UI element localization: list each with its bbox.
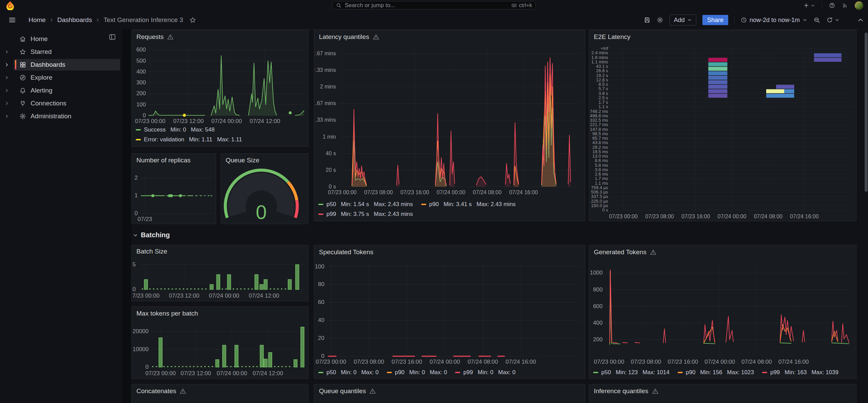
- sidebar-item-home[interactable]: Home: [0, 33, 122, 45]
- panel-header[interactable]: Queue Size: [221, 154, 308, 167]
- panel-header[interactable]: Speculated Tokens: [314, 245, 585, 259]
- legend-swatch: [762, 372, 767, 373]
- sidebar-item-dashboards[interactable]: Dashboards: [0, 58, 122, 71]
- legend-item[interactable]: SuccessMin: 0Max: 548: [136, 126, 305, 133]
- legend-item[interactable]: p99Min: 0Max: 0: [455, 369, 515, 376]
- global-search[interactable]: ctrl+k: [332, 1, 536, 9]
- settings-icon[interactable]: [657, 17, 663, 23]
- svg-text:1 min: 1 min: [323, 134, 336, 140]
- scrollbar[interactable]: [865, 33, 868, 192]
- replicas-chart[interactable]: 07/23012: [132, 168, 216, 224]
- chevron-right-icon[interactable]: [4, 49, 9, 54]
- speculated-tokens-chart[interactable]: 07/23 00:0007/23 08:0007/23 16:0007/24 0…: [315, 260, 585, 366]
- generated-tokens-chart[interactable]: 07/23 00:0007/23 08:0007/23 16:0007/24 0…: [590, 260, 856, 366]
- panel-header[interactable]: Concatenates: [132, 384, 308, 398]
- legend-item[interactable]: p50Min: 1.54 sMax: 2.43 mins: [318, 201, 413, 208]
- star-icon: [19, 48, 26, 55]
- dashboards-icon: [19, 61, 26, 68]
- menu-icon[interactable]: [8, 16, 16, 24]
- generated-tokens-legend: p50Min: 123Max: 1014p90Min: 156Max: 1023…: [593, 369, 853, 376]
- panel-header[interactable]: Number of replicas: [132, 154, 216, 167]
- chevron-right-icon[interactable]: [4, 114, 9, 119]
- e2e-latency-heatmap[interactable]: 07/23 00:0007/23 08:0007/23 16:0007/24 0…: [590, 44, 856, 221]
- panel-header[interactable]: Requests: [132, 30, 308, 44]
- panel-header[interactable]: Queue quantiles: [314, 384, 585, 398]
- legend-swatch: [136, 129, 141, 130]
- svg-text:07/23 00:00: 07/23 00:00: [145, 370, 176, 377]
- legend-item[interactable]: p99Min: 163Max: 1039: [762, 369, 838, 376]
- toolbar-actions: Add Share now-2d to now-1m: [644, 11, 864, 29]
- chevron-right-icon[interactable]: [4, 88, 9, 93]
- new-menu-button[interactable]: [803, 2, 815, 8]
- section-batching[interactable]: Batching: [133, 231, 170, 239]
- chevron-right-icon[interactable]: [4, 101, 9, 106]
- warning-icon[interactable]: [369, 388, 376, 395]
- warning-icon[interactable]: [373, 34, 379, 40]
- home-icon: [19, 36, 26, 42]
- panel-header[interactable]: Batch Size: [132, 245, 308, 258]
- legend-item[interactable]: Error: validationMin: 1.11Max: 1.11: [136, 136, 305, 143]
- help-icon[interactable]: [829, 2, 835, 8]
- sidebar-item-administration[interactable]: Administration: [0, 110, 122, 123]
- breadcrumb-current: Text Generation Inference 3: [103, 16, 183, 24]
- legend-label: p90: [395, 369, 404, 376]
- warning-icon[interactable]: [652, 388, 659, 395]
- legend-item[interactable]: p90Min: 3.41 sMax: 2.43 mins: [421, 201, 516, 208]
- time-range-picker[interactable]: now-2d to now-1m: [741, 17, 807, 24]
- chevron-down-icon: [835, 18, 839, 22]
- legend-item[interactable]: p90Min: 0Max: 0: [387, 369, 447, 376]
- sidebar-item-connections[interactable]: Connections: [0, 97, 122, 110]
- favorite-star-icon[interactable]: [189, 17, 196, 23]
- svg-text:07/23 08:00: 07/23 08:00: [631, 359, 661, 365]
- grafana-logo[interactable]: [5, 1, 15, 10]
- panel-header[interactable]: Max tokens per batch: [132, 307, 308, 320]
- panel-header[interactable]: Generated Tokens: [589, 245, 856, 259]
- svg-text:7/23 00:00: 7/23 00:00: [132, 293, 159, 299]
- search-input[interactable]: [344, 2, 509, 9]
- sidebar-item-starred[interactable]: Starred: [0, 45, 122, 58]
- sidebar-item-explore[interactable]: Explore: [0, 71, 122, 84]
- breadcrumb-home[interactable]: Home: [29, 16, 46, 24]
- legend-item[interactable]: p90Min: 156Max: 1023: [678, 369, 754, 376]
- legend-swatch: [678, 372, 683, 373]
- legend-item[interactable]: p50Min: 0Max: 0: [318, 369, 379, 376]
- panel-header[interactable]: Latency quantiles: [314, 30, 585, 44]
- user-avatar[interactable]: [855, 1, 863, 10]
- warning-icon[interactable]: [167, 34, 174, 40]
- chevron-up-icon[interactable]: [857, 17, 864, 23]
- max-tokens-chart[interactable]: 07/23 00:0007/23 12:0007/24 00:0007/24 1…: [132, 320, 308, 378]
- svg-text:0: 0: [133, 286, 136, 293]
- panel-header[interactable]: Inference quantiles: [589, 384, 856, 398]
- chevron-right-icon[interactable]: [4, 75, 9, 80]
- explore-icon: [19, 74, 26, 81]
- legend-item[interactable]: p50Min: 123Max: 1014: [593, 369, 669, 376]
- legend-item[interactable]: p99Min: 3.75 sMax: 2.43 mins: [318, 211, 413, 218]
- refresh-picker[interactable]: [826, 17, 839, 23]
- share-button[interactable]: Share: [702, 15, 728, 25]
- svg-text:07/24 00:00: 07/24 00:00: [718, 214, 747, 219]
- panel-title: Queue quantiles: [319, 387, 366, 395]
- warning-icon[interactable]: [180, 388, 186, 395]
- chevron-right-icon: [95, 18, 100, 22]
- news-icon[interactable]: [842, 2, 848, 8]
- save-icon[interactable]: [644, 17, 650, 23]
- sidebar-item-alerting[interactable]: Alerting: [0, 84, 122, 97]
- add-button[interactable]: Add: [669, 15, 696, 25]
- svg-text:40 s: 40 s: [326, 150, 336, 156]
- legend-max: Max: 0: [430, 369, 447, 376]
- panel-header[interactable]: E2E Latency: [589, 30, 856, 44]
- sidebar-item-label: Dashboards: [31, 61, 65, 68]
- warning-icon[interactable]: [650, 249, 657, 256]
- requests-chart[interactable]: 07/23 00:0007/23 12:0007/24 00:0007/24 1…: [132, 44, 308, 126]
- legend-min: Min: 3.75 s: [341, 211, 369, 218]
- svg-text:07/24 16:00: 07/24 16:00: [778, 359, 809, 365]
- breadcrumb-dashboards[interactable]: Dashboards: [57, 16, 92, 24]
- zoom-out-icon[interactable]: [813, 17, 820, 23]
- chevron-right-icon[interactable]: [4, 62, 9, 67]
- svg-text:07/24 16:00: 07/24 16:00: [790, 214, 819, 219]
- svg-text:07/24 08:00: 07/24 08:00: [468, 359, 498, 365]
- batch-size-chart[interactable]: 7/23 00:0007/23 12:0007/24 00:0007/24 12…: [132, 258, 308, 300]
- queue-size-gauge[interactable]: 0: [222, 168, 308, 224]
- latency-quantiles-chart[interactable]: 07/23 00:0007/23 08:0007/23 16:0007/24 0…: [315, 44, 585, 197]
- panel-title: Generated Tokens: [594, 248, 646, 256]
